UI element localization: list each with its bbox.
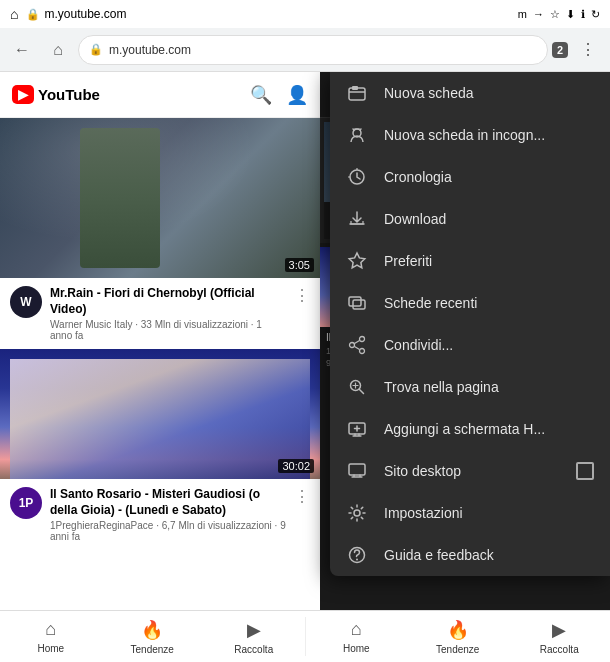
video1-meta: Mr.Rain - Fiori di Chernobyl (Official V… bbox=[50, 286, 286, 341]
home-nav-label: Home bbox=[37, 643, 64, 654]
menu-label-preferiti: Preferiti bbox=[384, 253, 594, 269]
reload-status: ↻ bbox=[591, 8, 600, 21]
home2-nav-label: Home bbox=[343, 643, 370, 654]
status-right: m → ☆ ⬇ ℹ ↻ bbox=[518, 8, 600, 21]
menu-item-cronologia[interactable]: Cronologia bbox=[330, 156, 610, 198]
channel1-avatar: W bbox=[10, 286, 42, 318]
desktop-checkbox[interactable] bbox=[576, 462, 594, 480]
tendenze-nav-label: Tendenze bbox=[131, 644, 174, 655]
video2-more-button[interactable]: ⋮ bbox=[294, 487, 310, 506]
tab-icon bbox=[346, 82, 368, 104]
nav-raccolta2[interactable]: ▶ Raccolta bbox=[509, 611, 611, 662]
star-icon bbox=[346, 250, 368, 272]
menu-item-sito-desktop[interactable]: Sito desktop bbox=[330, 450, 610, 492]
video1-thumbnail[interactable]: 3:05 bbox=[0, 118, 320, 278]
nav-home2[interactable]: ⌂ Home bbox=[306, 611, 408, 662]
back-button[interactable]: ← bbox=[6, 34, 38, 66]
nav-tendenze[interactable]: 🔥 Tendenze bbox=[102, 611, 204, 662]
menu-item-impostazioni[interactable]: Impostazioni bbox=[330, 492, 610, 534]
video1-channel: Warner Music Italy bbox=[50, 319, 132, 330]
url-status: m.youtube.com bbox=[44, 7, 126, 21]
nav-tendenze2[interactable]: 🔥 Tendenze bbox=[407, 611, 509, 662]
menu-item-nuova-scheda[interactable]: Nuova scheda bbox=[330, 72, 610, 114]
video-snow-overlay bbox=[0, 118, 320, 278]
raccolta2-nav-label: Raccolta bbox=[540, 644, 579, 655]
video2-duration: 30:02 bbox=[278, 459, 314, 473]
raccolta-nav-label: Raccolta bbox=[234, 644, 273, 655]
menu-label-download: Download bbox=[384, 211, 594, 227]
menu-item-download[interactable]: Download bbox=[330, 198, 610, 240]
content-area: ▶ YouTube 🔍 👤 3:05 W Mr.Rain - Fiori di … bbox=[0, 72, 610, 610]
yt-account-icon[interactable]: 👤 bbox=[286, 84, 308, 106]
menu-label-trova-pagina: Trova nella pagina bbox=[384, 379, 594, 395]
channel2-avatar: 1P bbox=[10, 487, 42, 519]
svg-rect-11 bbox=[349, 464, 365, 475]
menu-label-aggiungi-schermata: Aggiungi a schermata H... bbox=[384, 421, 594, 437]
menu-item-aggiungi-schermata[interactable]: Aggiungi a schermata H... bbox=[330, 408, 610, 450]
svg-point-8 bbox=[350, 343, 355, 348]
find-icon bbox=[346, 376, 368, 398]
recent-tabs-icon bbox=[346, 292, 368, 314]
tab-count[interactable]: 2 bbox=[552, 42, 568, 58]
video1-more-button[interactable]: ⋮ bbox=[294, 286, 310, 305]
share-icon bbox=[346, 334, 368, 356]
lock-status-icon: 🔒 bbox=[26, 8, 40, 21]
history-icon bbox=[346, 166, 368, 188]
yt-logo-icon: ▶ bbox=[12, 85, 34, 104]
menu-item-preferiti[interactable]: Preferiti bbox=[330, 240, 610, 282]
yt-search-icon[interactable]: 🔍 bbox=[250, 84, 272, 106]
url-text: m.youtube.com bbox=[109, 43, 191, 57]
url-bar[interactable]: 🔒 m.youtube.com bbox=[78, 35, 548, 65]
m-label: m bbox=[518, 8, 527, 20]
menu-label-incognito: Nuova scheda in incogn... bbox=[384, 127, 594, 143]
menu-item-condividi[interactable]: Condividi... bbox=[330, 324, 610, 366]
yt-logo-text: YouTube bbox=[38, 86, 100, 103]
download-icon bbox=[346, 208, 368, 230]
svg-point-7 bbox=[360, 349, 365, 354]
help-icon bbox=[346, 544, 368, 566]
incognito-icon bbox=[346, 124, 368, 146]
home-button[interactable]: ⌂ bbox=[42, 34, 74, 66]
svg-rect-4 bbox=[349, 297, 361, 306]
context-menu: Nuova scheda Nuova scheda in incogn... bbox=[330, 72, 610, 576]
tendenze2-nav-icon: 🔥 bbox=[447, 619, 469, 641]
menu-item-trova-pagina[interactable]: Trova nella pagina bbox=[330, 366, 610, 408]
status-bar: ⌂ 🔒 m.youtube.com m → ☆ ⬇ ℹ ↻ bbox=[0, 0, 610, 28]
raccolta2-nav-icon: ▶ bbox=[552, 619, 566, 641]
menu-label-nuova-scheda: Nuova scheda bbox=[384, 85, 594, 101]
svg-point-12 bbox=[354, 510, 360, 516]
video1-title: Mr.Rain - Fiori di Chernobyl (Official V… bbox=[50, 286, 286, 317]
menu-label-sito-desktop: Sito desktop bbox=[384, 463, 560, 479]
lock-icon: 🔒 bbox=[89, 43, 103, 56]
tendenze2-nav-label: Tendenze bbox=[436, 644, 479, 655]
menu-label-impostazioni: Impostazioni bbox=[384, 505, 594, 521]
yt-header: ▶ YouTube 🔍 👤 bbox=[0, 72, 320, 118]
menu-item-nuova-incognito[interactable]: Nuova scheda in incogn... bbox=[330, 114, 610, 156]
home-status-icon: ⌂ bbox=[10, 6, 18, 22]
tendenze-nav-icon: 🔥 bbox=[141, 619, 163, 641]
video-figure bbox=[80, 128, 160, 268]
settings-icon bbox=[346, 502, 368, 524]
bookmark-status: ☆ bbox=[550, 8, 560, 21]
download-status: ⬇ bbox=[566, 8, 575, 21]
yt-header-icons: 🔍 👤 bbox=[250, 84, 308, 106]
svg-rect-1 bbox=[352, 86, 358, 90]
nav-raccolta[interactable]: ▶ Raccolta bbox=[203, 611, 305, 662]
video2-sub: 1PreghieraReginaPace · 6,7 Mln di visual… bbox=[50, 520, 286, 542]
menu-item-guida[interactable]: Guida e feedback bbox=[330, 534, 610, 576]
home-nav-icon: ⌂ bbox=[45, 619, 56, 640]
menu-label-cronologia: Cronologia bbox=[384, 169, 594, 185]
raccolta-nav-icon: ▶ bbox=[247, 619, 261, 641]
video2-thumbnail[interactable]: 30:02 bbox=[0, 349, 320, 479]
video2-meta: Il Santo Rosario - Misteri Gaudiosi (o d… bbox=[50, 487, 286, 542]
info-status: ℹ bbox=[581, 8, 585, 21]
menu-item-schede-recenti[interactable]: Schede recenti bbox=[330, 282, 610, 324]
youtube-left-pane: ▶ YouTube 🔍 👤 3:05 W Mr.Rain - Fiori di … bbox=[0, 72, 320, 610]
more-button[interactable]: ⋮ bbox=[572, 34, 604, 66]
video1-duration: 3:05 bbox=[285, 258, 314, 272]
browser-bar: ← ⌂ 🔒 m.youtube.com 2 ⋮ bbox=[0, 28, 610, 72]
bottom-nav: ⌂ Home 🔥 Tendenze ▶ Raccolta ⌂ Home 🔥 Te… bbox=[0, 610, 610, 662]
svg-point-14 bbox=[356, 559, 358, 561]
nav-home[interactable]: ⌂ Home bbox=[0, 611, 102, 662]
forward-arrow: → bbox=[533, 8, 544, 20]
